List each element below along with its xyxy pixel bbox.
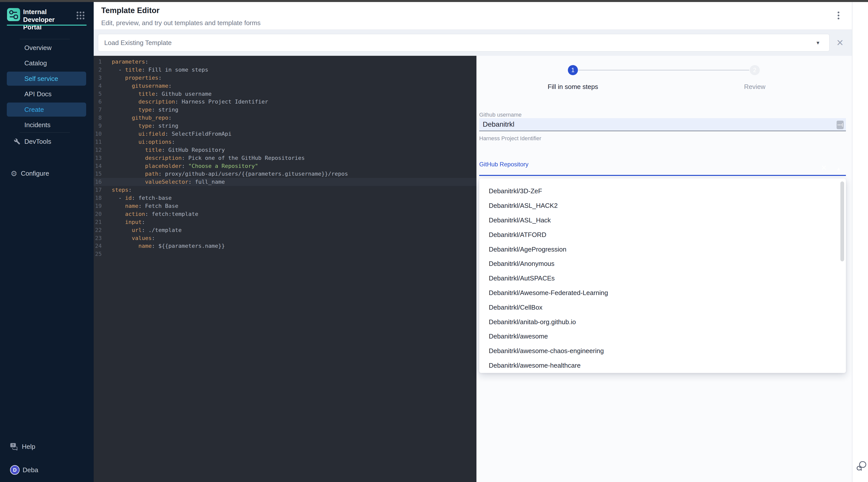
line-number: 20 bbox=[94, 210, 105, 218]
dropdown-scrollbar[interactable] bbox=[840, 181, 844, 261]
repo-option[interactable]: Debanitrkl/3D-ZeF bbox=[479, 184, 846, 199]
brand-title: Internal Developer Portal bbox=[23, 8, 73, 31]
line-number: 9 bbox=[94, 122, 105, 130]
line-number: 11 bbox=[94, 138, 105, 146]
code-line-15[interactable]: 15 path: proxy/github-api/users/{{parame… bbox=[94, 170, 476, 178]
sidebar-item-help[interactable]: ? Help bbox=[10, 440, 35, 454]
sidebar-item-label: Incidents bbox=[24, 121, 51, 129]
sidebar-item-incidents[interactable]: Incidents bbox=[7, 118, 86, 132]
code-text: placeholder: "Choose a Repository" bbox=[112, 162, 258, 170]
repo-option[interactable]: Debanitrkl/AgeProgression bbox=[479, 242, 846, 257]
line-number: 18 bbox=[94, 194, 105, 202]
yaml-code-editor[interactable]: 1parameters:2 - title: Fill in some step… bbox=[94, 56, 476, 482]
code-text: name: Fetch Base bbox=[112, 202, 178, 210]
sidebar-item-devtools[interactable]: DevTools bbox=[14, 134, 51, 149]
repo-option[interactable]: Debanitrkl/awesome-healthcare bbox=[479, 358, 846, 373]
sidebar: Internal Developer Portal OverviewCatalo… bbox=[0, 2, 94, 482]
sidebar-item-self-service[interactable]: Self service bbox=[7, 71, 86, 86]
sidebar-item-api-docs[interactable]: API Docs bbox=[7, 87, 86, 101]
code-line-11[interactable]: 11 ui:options: bbox=[94, 138, 476, 146]
code-text: title: GitHub Repository bbox=[112, 146, 225, 154]
code-line-21[interactable]: 21 input: bbox=[94, 218, 476, 226]
code-line-14[interactable]: 14 placeholder: "Choose a Repository" bbox=[94, 162, 476, 170]
code-text: values: bbox=[112, 234, 155, 242]
code-line-6[interactable]: 6 description: Harness Project Identifie… bbox=[94, 98, 476, 106]
code-line-1[interactable]: 1parameters: bbox=[94, 58, 476, 66]
chevron-up-icon[interactable]: ▲ bbox=[836, 166, 841, 172]
code-line-25[interactable]: 25 bbox=[94, 250, 476, 258]
page-header: Template Editor Edit, preview, and try o… bbox=[94, 2, 852, 30]
code-text: input: bbox=[112, 218, 145, 226]
code-line-9[interactable]: 9 type: string bbox=[94, 122, 476, 130]
code-text: github_repo: bbox=[112, 114, 172, 122]
code-line-24[interactable]: 24 name: ${{parameters.name}} bbox=[94, 242, 476, 250]
line-number: 10 bbox=[94, 130, 105, 138]
repository-dropdown: Debanitrkl/3D-ZeFDebanitrkl/ASL_HACK2Deb… bbox=[479, 178, 846, 373]
code-line-4[interactable]: 4 gitusername: bbox=[94, 82, 476, 90]
chat-launcher-icon[interactable] bbox=[856, 460, 868, 472]
window-top-strip bbox=[0, 0, 868, 2]
line-number: 23 bbox=[94, 234, 105, 242]
avatar: D bbox=[10, 465, 20, 475]
repo-option[interactable]: Debanitrkl/ATFORD bbox=[479, 228, 846, 242]
line-number: 17 bbox=[94, 186, 105, 194]
sidebar-item-overview[interactable]: Overview bbox=[7, 41, 86, 55]
repo-option[interactable]: Debanitrkl/CellBox bbox=[479, 300, 846, 314]
portal-logo-icon bbox=[7, 8, 20, 21]
code-line-2[interactable]: 2 - title: Fill in some steps bbox=[94, 66, 476, 74]
stepper-step-1[interactable]: 1 bbox=[568, 65, 578, 75]
code-line-16[interactable]: 16 valueSelector: full_name bbox=[94, 178, 476, 186]
app-switcher-icon[interactable] bbox=[76, 11, 84, 19]
code-line-17[interactable]: 17steps: bbox=[94, 186, 476, 194]
code-line-23[interactable]: 23 values: bbox=[94, 234, 476, 242]
code-line-3[interactable]: 3 properties: bbox=[94, 74, 476, 82]
autofill-manager-icon[interactable] bbox=[837, 121, 844, 129]
brand-underline bbox=[7, 25, 87, 26]
code-lines: 1parameters:2 - title: Fill in some step… bbox=[94, 58, 476, 258]
repo-option[interactable]: Debanitrkl/awesome bbox=[479, 329, 846, 344]
line-number: 8 bbox=[94, 114, 105, 122]
repo-option[interactable]: Debanitrkl/AutSPACEs bbox=[479, 271, 846, 286]
code-line-12[interactable]: 12 title: GitHub Repository bbox=[94, 146, 476, 154]
sidebar-item-configure[interactable]: ⚙ Configure bbox=[10, 167, 49, 180]
stepper-step-2[interactable]: 2 bbox=[750, 65, 760, 75]
kebab-menu-icon[interactable] bbox=[837, 10, 840, 20]
code-line-10[interactable]: 10 ui:field: SelectFieldFromApi bbox=[94, 130, 476, 138]
repo-option[interactable]: Debanitrkl/Anonymous bbox=[479, 257, 846, 271]
github-username-label: Github username bbox=[479, 112, 522, 118]
line-number: 16 bbox=[94, 178, 105, 186]
right-edge-divider bbox=[852, 2, 852, 482]
user-menu[interactable]: D Deba bbox=[10, 463, 38, 477]
code-line-7[interactable]: 7 type: string bbox=[94, 106, 476, 114]
clear-selection-icon[interactable]: × bbox=[821, 162, 827, 173]
code-text: gitusername: bbox=[112, 82, 172, 90]
line-number: 6 bbox=[94, 98, 105, 106]
repo-option[interactable]: Debanitrkl/anitab-org.github.io bbox=[479, 314, 846, 329]
load-existing-template-select[interactable]: Load Existing Template ▼ bbox=[98, 34, 830, 52]
github-username-helper: Harness Project Identifier bbox=[479, 135, 541, 142]
code-line-19[interactable]: 19 name: Fetch Base bbox=[94, 202, 476, 210]
code-line-20[interactable]: 20 action: fetch:template bbox=[94, 210, 476, 218]
code-text: title: Github username bbox=[112, 90, 212, 98]
repo-option[interactable]: Debanitrkl/awesome-chaos-engineering bbox=[479, 344, 846, 358]
code-text: - id: fetch-base bbox=[112, 194, 172, 202]
repo-option[interactable]: Debanitrkl/Awesome-Federated-Learning bbox=[479, 286, 846, 300]
close-icon[interactable]: × bbox=[834, 31, 846, 54]
code-line-22[interactable]: 22 url: ./template bbox=[94, 226, 476, 234]
sidebar-item-catalog[interactable]: Catalog bbox=[7, 56, 86, 70]
line-number: 13 bbox=[94, 154, 105, 162]
repo-option[interactable]: Debanitrkl/ASL_HACK2 bbox=[479, 199, 846, 213]
code-line-18[interactable]: 18 - id: fetch-base bbox=[94, 194, 476, 202]
line-number: 5 bbox=[94, 90, 105, 98]
line-number: 19 bbox=[94, 202, 105, 210]
code-line-5[interactable]: 5 title: Github username bbox=[94, 90, 476, 98]
load-existing-template-placeholder: Load Existing Template bbox=[104, 39, 172, 47]
repo-option[interactable]: Debanitrkl/ASL_Hack bbox=[479, 213, 846, 228]
code-line-8[interactable]: 8 github_repo: bbox=[94, 114, 476, 122]
select-focus-underline bbox=[479, 175, 846, 176]
code-text: properties: bbox=[112, 74, 162, 82]
line-number: 25 bbox=[94, 250, 105, 258]
sidebar-item-create[interactable]: Create bbox=[7, 102, 86, 117]
code-line-13[interactable]: 13 description: Pick one of the GitHub R… bbox=[94, 154, 476, 162]
github-username-input[interactable] bbox=[479, 118, 846, 131]
